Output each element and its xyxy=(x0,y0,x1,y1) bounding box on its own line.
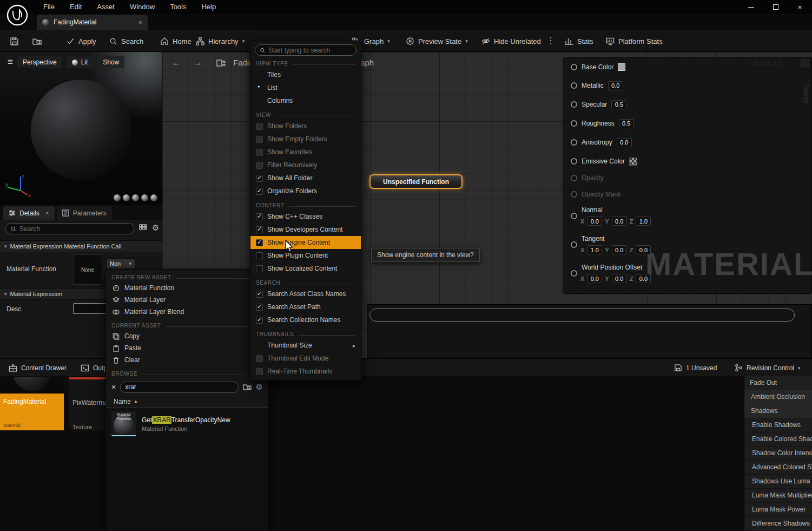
wpo-x-value[interactable]: 0.0 xyxy=(587,274,602,283)
maximize-button[interactable] xyxy=(763,0,788,14)
tangent-z-value[interactable]: 0.0 xyxy=(636,245,651,254)
menu-item[interactable]: Thumbnail Edit Mode▸ xyxy=(250,352,361,365)
details-settings-gear-icon[interactable]: ⚙ xyxy=(152,223,159,233)
column-header-name[interactable]: Name ▲ xyxy=(106,396,268,408)
perspective-button[interactable]: Perspective xyxy=(17,56,62,68)
normal-x-value[interactable]: 0.0 xyxy=(587,217,602,226)
stats-button[interactable]: Stats xyxy=(563,34,596,49)
roughness-value[interactable]: 0.5 xyxy=(619,119,634,128)
show-button[interactable]: Show xyxy=(97,56,124,68)
menu-item[interactable]: Search Collection Names▸ xyxy=(250,313,361,326)
toolbar-overflow-icon[interactable]: ⋮ xyxy=(546,35,555,45)
menubar-item[interactable]: Asset xyxy=(89,0,122,14)
tangent-x-value[interactable]: 1.0 xyxy=(587,245,602,254)
pin-opacity[interactable] xyxy=(571,175,577,181)
settings-row[interactable]: Luma Mask Power xyxy=(744,503,812,517)
preview-state-button[interactable]: Preview State ▾ xyxy=(404,34,470,49)
normal-y-value[interactable]: 0.0 xyxy=(612,217,627,226)
emissive-color-swatch[interactable] xyxy=(629,158,637,166)
settings-row[interactable]: Fade Out xyxy=(744,376,812,390)
search-button[interactable]: Search xyxy=(107,34,146,49)
browse-to-asset-button[interactable] xyxy=(30,34,44,49)
menu-item[interactable]: Show Localized Content▸ xyxy=(250,262,361,275)
tab-close-icon[interactable]: × xyxy=(138,18,142,27)
viewport-menu-icon[interactable]: ≡ xyxy=(8,57,13,68)
pin-specular[interactable] xyxy=(571,101,577,108)
menu-item[interactable]: List▸ xyxy=(250,81,361,94)
tangent-y-value[interactable]: 0.0 xyxy=(612,245,627,254)
menu-item[interactable]: Search Asset Path▸ xyxy=(250,300,361,313)
menu-item[interactable]: Show Plugin Content▸ xyxy=(250,249,361,262)
menubar-item[interactable]: File xyxy=(36,0,62,14)
asset-search-field[interactable] xyxy=(120,382,238,393)
menubar-item[interactable]: Edit xyxy=(62,0,89,14)
details-tab-close-icon[interactable]: × xyxy=(45,209,49,217)
home-button[interactable]: Home xyxy=(158,34,194,49)
tab-details[interactable]: Details × xyxy=(3,206,55,220)
menu-item[interactable]: Show Empty Folders▸ xyxy=(250,133,361,146)
menu-item[interactable]: Thumbnail Size▸ xyxy=(250,339,361,352)
close-button[interactable]: × xyxy=(788,0,812,14)
details-search-field[interactable] xyxy=(5,223,134,234)
menu-item[interactable]: Real-Time Thumbnails▸ xyxy=(250,365,361,378)
menu-item-paste[interactable]: Paste xyxy=(106,342,268,354)
view-options-gear-icon[interactable]: ⚙ xyxy=(256,382,263,392)
specular-value[interactable]: 0.5 xyxy=(611,100,626,109)
nav-back-icon[interactable]: ← xyxy=(172,58,181,68)
unspecified-function-node[interactable]: Unspecified Function xyxy=(369,174,463,189)
wpo-y-value[interactable]: 0.0 xyxy=(612,274,627,283)
pin-anisotropy[interactable] xyxy=(571,139,577,146)
menu-item-copy[interactable]: Copy xyxy=(106,330,268,342)
material-function-combobox[interactable]: Non ▾ xyxy=(106,258,135,269)
pin-metallic[interactable] xyxy=(571,82,577,89)
pin-opacity-mask[interactable] xyxy=(571,191,577,198)
anisotropy-value[interactable]: 0.0 xyxy=(617,138,632,147)
menu-item-material-function[interactable]: Material Function xyxy=(106,282,268,294)
menu-item[interactable]: Show C++ Classes▸ xyxy=(250,210,361,223)
tab-parameters[interactable]: Parameters xyxy=(57,206,112,220)
base-color-swatch[interactable] xyxy=(618,63,625,71)
menubar-item[interactable]: Help xyxy=(194,0,223,14)
minimize-button[interactable] xyxy=(739,0,763,14)
menubar-item[interactable]: Window xyxy=(122,0,162,14)
pin-tangent[interactable] xyxy=(571,241,577,248)
graph-search-bar[interactable] xyxy=(369,309,795,322)
graph-search-input[interactable] xyxy=(370,309,794,321)
content-drawer-button[interactable]: Content Drawer xyxy=(5,361,70,375)
nav-forward-icon[interactable]: → xyxy=(194,58,202,68)
tab-fadingmaterial[interactable]: FadingMaterial × xyxy=(37,15,148,30)
pin-normal[interactable] xyxy=(571,213,577,219)
menu-search-field[interactable] xyxy=(255,44,357,56)
asset-result-row[interactable]: MaterialFunction GetXRARTransferOpacityN… xyxy=(109,410,265,438)
asset-search-input[interactable] xyxy=(125,383,233,391)
pin-base-color[interactable] xyxy=(571,64,577,70)
display-options-icon[interactable] xyxy=(139,224,147,232)
menu-item[interactable]: Show Favorites▸ xyxy=(250,146,361,159)
menu-item[interactable]: Show Developers Content▸ xyxy=(250,223,361,236)
menu-item-clear[interactable]: Clear xyxy=(106,354,268,366)
hide-unrelated-button[interactable]: Hide Unrelated xyxy=(479,34,543,49)
settings-row[interactable]: Ambient Occlusion xyxy=(744,390,812,404)
find-in-content-browser-icon[interactable] xyxy=(243,383,252,391)
menu-item[interactable]: Show All Folder▸ xyxy=(250,172,361,185)
metallic-value[interactable]: 0.0 xyxy=(608,81,623,90)
preview-viewport[interactable]: ≡ Perspective Lit Show z y x xyxy=(0,52,162,205)
menu-search-input[interactable] xyxy=(269,47,352,54)
settings-row[interactable]: Shadows Use Luma Mask xyxy=(744,475,812,489)
pin-world-position-offset[interactable] xyxy=(571,270,577,277)
lit-button[interactable]: Lit xyxy=(67,56,94,68)
menu-item[interactable]: Columns▸ xyxy=(250,94,361,107)
pin-roughness[interactable] xyxy=(571,120,577,127)
menu-item[interactable]: Show Folders▸ xyxy=(250,120,361,133)
clear-search-icon[interactable]: × xyxy=(111,383,116,391)
settings-row[interactable]: Shadows xyxy=(744,404,812,418)
menu-item[interactable]: Filter Recursively▸ xyxy=(250,159,361,172)
asset-tile-fadingmaterial[interactable]: FadingMaterial Material xyxy=(0,377,64,430)
menu-item-material-layer[interactable]: Material Layer xyxy=(106,294,268,306)
pin-emissive-color[interactable] xyxy=(571,158,577,165)
normal-z-value[interactable]: 1.0 xyxy=(636,217,651,226)
unsaved-button[interactable]: 1 Unsaved xyxy=(671,361,720,375)
settings-row[interactable]: Difference Shadows xyxy=(744,517,812,531)
save-button[interactable] xyxy=(8,34,21,49)
menu-item-material-layer-blend[interactable]: Material Layer Blend xyxy=(106,306,268,318)
